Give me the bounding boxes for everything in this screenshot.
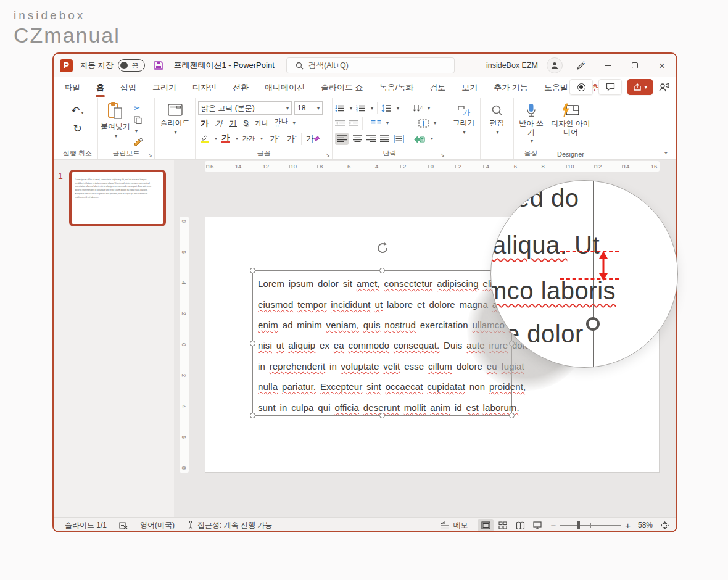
font-color-dropdown-icon[interactable]: ▾ bbox=[236, 136, 238, 141]
strikethrough-button[interactable]: 가나 bbox=[252, 117, 271, 129]
spell-check-button[interactable] bbox=[113, 521, 134, 529]
resize-handle-n[interactable] bbox=[379, 268, 385, 273]
close-button[interactable]: × bbox=[653, 56, 671, 75]
cut-button[interactable]: ✂ bbox=[134, 104, 143, 113]
record-button[interactable] bbox=[569, 79, 593, 95]
change-case-button[interactable]: 가가 bbox=[240, 133, 257, 144]
avatar[interactable] bbox=[547, 57, 563, 73]
tab-2[interactable]: 홈 bbox=[88, 77, 112, 98]
tab-4[interactable]: 그리기 bbox=[144, 77, 184, 98]
notes-button[interactable]: 메모 bbox=[432, 520, 476, 531]
zoom-out-button[interactable]: − bbox=[550, 520, 556, 531]
text-direction-button[interactable]: 가 bbox=[413, 104, 423, 112]
font-color-button[interactable]: 가 bbox=[219, 133, 233, 145]
design-ideas-button[interactable]: 디자인 아이디어 bbox=[551, 101, 590, 137]
undo-button[interactable]: ↶▾ bbox=[68, 103, 86, 118]
font-name-select[interactable]: 맑은 고딕 (본문)▾ bbox=[198, 101, 292, 115]
redo-button[interactable]: ↻ bbox=[70, 121, 84, 136]
columns-dropdown-icon[interactable]: ▾ bbox=[386, 120, 389, 126]
rotation-handle-icon[interactable] bbox=[376, 241, 389, 255]
language-indicator[interactable]: 영어(미국) bbox=[134, 520, 181, 531]
tab-10[interactable]: 검토 bbox=[421, 77, 453, 98]
tab-6[interactable]: 전환 bbox=[225, 77, 257, 98]
character-spacing-dropdown-icon[interactable]: ▾ bbox=[293, 120, 296, 126]
align-text-dropdown-icon[interactable]: ▾ bbox=[434, 120, 436, 126]
increase-indent-button[interactable] bbox=[349, 120, 358, 127]
powerpoint-app-icon[interactable]: P bbox=[60, 59, 73, 72]
font-dialog-launcher[interactable]: ↘ bbox=[325, 152, 330, 158]
decrease-indent-button[interactable] bbox=[335, 120, 345, 127]
resize-handle-nw[interactable] bbox=[250, 268, 255, 273]
paste-button[interactable]: 붙여넣기 ▾ bbox=[101, 102, 130, 146]
resize-handle-se[interactable] bbox=[509, 413, 515, 418]
character-spacing-button[interactable]: 가나 ↔ bbox=[272, 117, 291, 130]
dictate-button[interactable]: 받아 쓰기 ▾ bbox=[516, 101, 546, 144]
shrink-font-button[interactable]: 가ˇ bbox=[284, 132, 299, 146]
align-right-button[interactable] bbox=[366, 135, 376, 142]
slideshow-view-button[interactable] bbox=[529, 519, 545, 532]
share-button[interactable]: ▾ bbox=[627, 79, 653, 95]
underline-button[interactable]: 가 bbox=[226, 117, 239, 130]
bullets-button[interactable] bbox=[335, 104, 345, 112]
bullets-dropdown-icon[interactable]: ▾ bbox=[350, 106, 352, 111]
tab-7[interactable]: 애니메이션 bbox=[257, 77, 313, 98]
slide-indicator[interactable]: 슬라이드 1/1 bbox=[59, 520, 113, 531]
search-input[interactable]: 검색(Alt+Q) bbox=[286, 57, 455, 73]
format-painter-button[interactable] bbox=[134, 138, 143, 146]
change-case-dropdown-icon[interactable]: ▾ bbox=[260, 136, 263, 141]
resize-handle-s[interactable] bbox=[379, 413, 385, 418]
reading-view-button[interactable] bbox=[512, 519, 528, 532]
resize-handle-sw[interactable] bbox=[250, 413, 255, 418]
collapse-ribbon-icon[interactable]: ⌄ bbox=[663, 147, 669, 155]
vertical-ruler[interactable]: 864202468 bbox=[180, 217, 189, 473]
tab-9[interactable]: 녹음/녹화 bbox=[371, 77, 422, 98]
maximize-button[interactable] bbox=[626, 56, 644, 75]
align-center-button[interactable] bbox=[353, 135, 362, 142]
horizontal-ruler[interactable]: 1614121086420246810121416 bbox=[205, 161, 660, 172]
zoom-slider[interactable] bbox=[560, 525, 621, 526]
zoom-level[interactable]: 58% bbox=[635, 521, 655, 529]
align-left-button[interactable] bbox=[335, 133, 349, 145]
new-slide-button[interactable]: 슬라이드 ▾ bbox=[157, 101, 192, 135]
accessibility-status[interactable]: 접근성: 계속 진행 가능 bbox=[181, 520, 278, 531]
highlight-dropdown-icon[interactable]: ▾ bbox=[215, 136, 217, 141]
bold-button[interactable]: 가 bbox=[198, 117, 211, 130]
tab-12[interactable]: 추가 기능 bbox=[486, 77, 536, 98]
clear-formatting-button[interactable]: 가 bbox=[304, 132, 322, 146]
smartart-convert-button[interactable] bbox=[413, 135, 425, 143]
slide-thumbnail[interactable]: Lorem ipsum dolor sit amet, consectetur … bbox=[69, 170, 166, 226]
italic-button[interactable]: 가 bbox=[212, 117, 225, 130]
font-size-select[interactable]: 18▾ bbox=[294, 101, 323, 115]
normal-view-button[interactable] bbox=[478, 519, 494, 532]
tab-8[interactable]: 슬라이드 쇼 bbox=[313, 77, 371, 98]
numbering-dropdown-icon[interactable]: ▾ bbox=[371, 106, 373, 111]
drawing-button[interactable]: 가 그리기 ▾ bbox=[450, 101, 478, 135]
pen-tools-icon[interactable] bbox=[571, 56, 590, 75]
copy-button[interactable]: ▾ bbox=[134, 116, 143, 135]
slide-sorter-view-button[interactable] bbox=[495, 519, 511, 532]
resize-handle-w[interactable] bbox=[250, 341, 255, 346]
tab-3[interactable]: 삽입 bbox=[112, 77, 144, 98]
tab-1[interactable]: 파일 bbox=[56, 77, 88, 98]
text-shadow-button[interactable]: S bbox=[241, 117, 251, 129]
justify-button[interactable] bbox=[380, 135, 389, 142]
line-spacing-dropdown-icon[interactable]: ▾ bbox=[397, 106, 399, 111]
text-direction-dropdown-icon[interactable]: ▾ bbox=[428, 106, 430, 111]
line-spacing-button[interactable] bbox=[381, 104, 392, 112]
smartart-dropdown-icon[interactable]: ▾ bbox=[431, 136, 433, 141]
fit-slide-to-window-button[interactable] bbox=[656, 519, 672, 532]
zoom-slider-thumb[interactable] bbox=[577, 521, 580, 529]
highlight-color-button[interactable] bbox=[198, 133, 212, 144]
columns-button[interactable] bbox=[371, 120, 381, 126]
numbering-button[interactable]: 123 bbox=[356, 104, 366, 112]
paragraph-dialog-launcher[interactable]: ↘ bbox=[440, 152, 445, 158]
tab-5[interactable]: 디자인 bbox=[184, 77, 225, 98]
align-text-button[interactable] bbox=[418, 119, 429, 128]
distribute-columns-button[interactable] bbox=[394, 135, 404, 143]
clipboard-dialog-launcher[interactable]: ↘ bbox=[147, 152, 152, 158]
grow-font-button[interactable]: 가ˆ bbox=[267, 132, 282, 146]
present-to-person-icon[interactable] bbox=[658, 82, 670, 93]
save-icon[interactable] bbox=[154, 60, 163, 70]
autosave-toggle[interactable]: 끔 bbox=[118, 59, 145, 72]
zoom-in-button[interactable]: + bbox=[625, 520, 631, 531]
